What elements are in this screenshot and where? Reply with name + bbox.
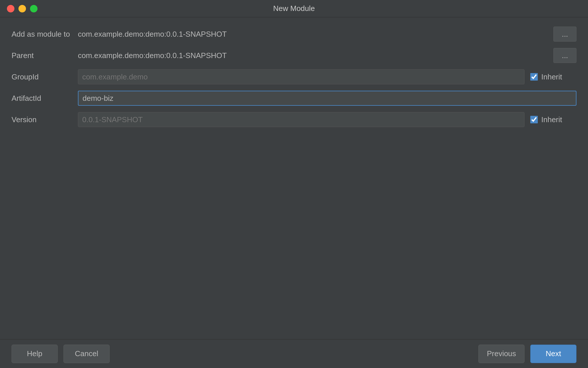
group-id-inherit-label: Inherit (541, 73, 562, 81)
add-as-module-label: Add as module to (12, 30, 78, 39)
cancel-button[interactable]: Cancel (63, 345, 110, 363)
version-input[interactable] (78, 112, 525, 127)
group-id-inherit-checkbox[interactable] (530, 73, 538, 81)
version-row: Version Inherit (12, 111, 576, 128)
version-label: Version (12, 115, 78, 124)
previous-button[interactable]: Previous (478, 345, 525, 363)
title-bar: New Module (0, 0, 588, 17)
help-button[interactable]: Help (12, 345, 58, 363)
parent-row: Parent com.example.demo:demo:0.0.1-SNAPS… (12, 47, 576, 64)
version-inherit-section: Inherit (530, 115, 576, 124)
minimize-button[interactable] (18, 5, 26, 12)
version-inherit-checkbox[interactable] (530, 116, 538, 123)
dialog-content: Add as module to com.example.demo:demo:0… (0, 17, 588, 339)
add-as-module-browse-button[interactable]: ... (553, 27, 576, 42)
parent-browse-button[interactable]: ... (553, 48, 576, 63)
group-id-row: GroupId Inherit (12, 69, 576, 85)
footer-right-buttons: Previous Next (478, 345, 576, 363)
artifact-id-label: ArtifactId (12, 94, 78, 103)
window-controls (7, 5, 38, 12)
artifact-id-row: ArtifactId (12, 90, 576, 106)
group-id-inherit-section: Inherit (530, 73, 576, 81)
dialog-title: New Module (273, 4, 315, 13)
version-inherit-label: Inherit (541, 115, 562, 124)
add-as-module-value: com.example.demo:demo:0.0.1-SNAPSHOT (78, 30, 548, 39)
add-as-module-row: Add as module to com.example.demo:demo:0… (12, 26, 576, 42)
maximize-button[interactable] (30, 5, 38, 12)
footer-left-buttons: Help Cancel (12, 345, 110, 363)
parent-label: Parent (12, 51, 78, 60)
group-id-input[interactable] (78, 69, 525, 84)
next-button[interactable]: Next (530, 345, 576, 363)
artifact-id-input[interactable] (78, 91, 576, 106)
group-id-label: GroupId (12, 73, 78, 81)
footer: Help Cancel Previous Next (0, 339, 588, 368)
close-button[interactable] (7, 5, 14, 12)
parent-value: com.example.demo:demo:0.0.1-SNAPSHOT (78, 51, 548, 60)
